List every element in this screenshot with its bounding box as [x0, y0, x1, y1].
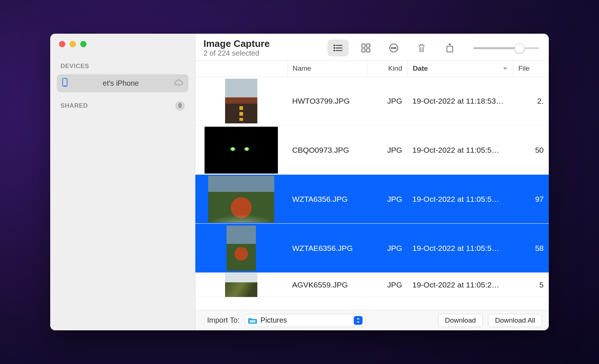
file-name: WZTA6356.JPG	[287, 175, 367, 223]
image-capture-window: DEVICES et's iPhone SHARED 0 Image Captu…	[50, 34, 549, 330]
import-to-label: Import To:	[207, 316, 240, 324]
delete-button[interactable]	[411, 40, 432, 56]
download-button[interactable]: Download	[438, 314, 483, 327]
title-block: Image Capture 2 of 224 selected	[203, 38, 270, 57]
svg-rect-8	[362, 44, 365, 47]
file-date: 19-Oct-2022 at 11:05:5…	[407, 175, 513, 223]
view-list-button[interactable]	[327, 40, 349, 56]
toolbar: Image Capture 2 of 224 selected	[195, 34, 549, 60]
table-row[interactable]: CBQO0973.JPGJPG19-Oct-2022 at 11:05:5…50	[195, 126, 549, 175]
file-kind: JPG	[367, 77, 407, 125]
app-title: Image Capture	[203, 38, 270, 49]
column-thumbnail[interactable]	[195, 61, 287, 76]
column-file-size[interactable]: File	[513, 61, 549, 76]
column-date-label: Date	[413, 64, 428, 73]
import-destination-value: Pictures	[261, 316, 350, 324]
svg-point-2	[334, 45, 335, 45]
svg-point-6	[334, 50, 335, 51]
view-grid-button[interactable]	[355, 40, 376, 56]
column-date[interactable]: Date	[407, 61, 513, 76]
svg-point-13	[391, 47, 392, 48]
file-date: 19-Oct-2022 at 11:05:2…	[407, 273, 513, 297]
chevron-down-icon	[503, 64, 508, 73]
thumbnail-zoom-slider[interactable]	[473, 43, 539, 53]
shared-count-badge: 0	[175, 101, 185, 111]
svg-point-14	[393, 47, 394, 48]
table-body: HWTO3799.JPGJPG19-Oct-2022 at 11:18:53…2…	[195, 77, 549, 330]
window-traffic-lights	[59, 41, 188, 47]
table-row[interactable]: WZTAE6356.JPGJPG19-Oct-2022 at 11:05:5…5…	[195, 224, 549, 273]
folder-icon	[248, 317, 257, 324]
file-size: 50	[513, 126, 549, 174]
minimize-window-button[interactable]	[70, 41, 76, 47]
main-pane: Image Capture 2 of 224 selected	[195, 34, 549, 330]
sidebar-heading-shared-row: SHARED 0	[57, 101, 188, 111]
svg-rect-0	[63, 78, 67, 86]
file-kind: JPG	[367, 273, 407, 297]
selection-subtitle: 2 of 224 selected	[203, 49, 270, 57]
thumbnail	[195, 126, 287, 174]
thumbnail	[195, 175, 287, 223]
file-date: 19-Oct-2022 at 11:05:5…	[407, 126, 513, 174]
svg-rect-19	[250, 320, 256, 323]
download-all-button[interactable]: Download All	[488, 314, 542, 327]
svg-rect-18	[447, 46, 453, 52]
file-name: AGVK6559.JPG	[287, 273, 367, 297]
phone-icon	[62, 78, 68, 89]
file-date: 19-Oct-2022 at 11:05:5…	[407, 224, 513, 272]
sidebar-heading-devices: DEVICES	[60, 63, 185, 70]
table-row[interactable]: HWTO3799.JPGJPG19-Oct-2022 at 11:18:53…2…	[195, 77, 549, 126]
thumbnail	[195, 77, 287, 125]
rotate-button[interactable]	[439, 40, 460, 56]
file-kind: JPG	[367, 224, 407, 272]
select-updown-icon	[354, 316, 363, 325]
table-row[interactable]: WZTA6356.JPGJPG19-Oct-2022 at 11:05:5…97	[195, 175, 549, 224]
file-kind: JPG	[367, 126, 407, 174]
file-kind: JPG	[367, 175, 407, 223]
sidebar-device-label: et's iPhone	[73, 79, 169, 88]
column-name[interactable]: Name	[287, 61, 367, 76]
file-name: HWTO3799.JPG	[287, 77, 367, 125]
table-header: Name Kind Date File	[195, 60, 549, 77]
svg-point-4	[334, 47, 335, 48]
file-size: 2.	[513, 77, 549, 125]
file-size: 97	[513, 175, 549, 223]
svg-rect-10	[362, 49, 365, 52]
file-size: 58	[513, 224, 549, 272]
thumbnail	[195, 224, 287, 272]
file-date: 19-Oct-2022 at 11:18:53…	[407, 77, 513, 125]
import-destination-select[interactable]: Pictures	[245, 314, 366, 327]
column-kind[interactable]: Kind	[367, 61, 407, 76]
fullscreen-window-button[interactable]	[80, 41, 87, 47]
svg-rect-11	[367, 49, 370, 52]
svg-line-16	[421, 47, 421, 51]
file-name: CBQO0973.JPG	[287, 126, 367, 174]
bottom-bar: Import To: Pictures Download Download Al…	[195, 310, 549, 330]
svg-rect-9	[367, 44, 370, 47]
sidebar-heading-shared: SHARED	[60, 102, 88, 109]
sidebar: DEVICES et's iPhone SHARED 0	[50, 34, 195, 330]
table-row[interactable]: AGVK6559.JPGJPG19-Oct-2022 at 11:05:2…5	[195, 273, 549, 297]
sidebar-device-item[interactable]: et's iPhone	[57, 74, 188, 92]
svg-line-17	[422, 47, 423, 51]
close-window-button[interactable]	[59, 41, 65, 47]
svg-point-15	[395, 47, 396, 48]
more-options-button[interactable]	[383, 40, 404, 56]
file-name: WZTAE6356.JPG	[287, 224, 367, 272]
thumbnail	[195, 273, 287, 297]
cloud-icon	[174, 79, 183, 88]
file-size: 5	[513, 273, 549, 297]
